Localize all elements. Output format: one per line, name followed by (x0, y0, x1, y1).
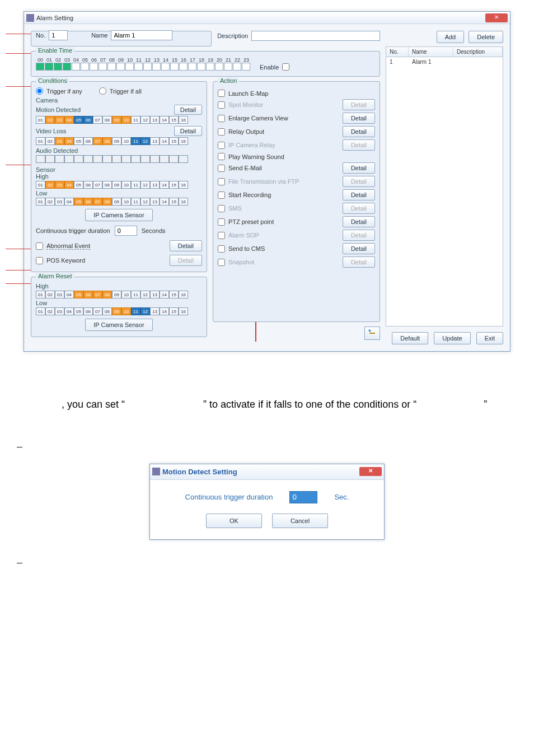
enable-time-legend: Enable Time (36, 47, 74, 54)
action-checkbox[interactable]: Start Recording (218, 192, 271, 199)
action-item: Launch E-Map (218, 90, 375, 97)
action-checkbox[interactable]: PTZ preset point (218, 218, 274, 226)
action-detail-button[interactable]: Detail (343, 126, 375, 137)
action-detail-button[interactable]: Detail (343, 99, 375, 110)
table-row[interactable]: 1 Alarm 1 (386, 57, 503, 67)
description-label: Description (217, 32, 248, 39)
action-label: Relay Output (228, 128, 264, 135)
sensor-high-grid[interactable]: 01020304050607080910111213141516 (36, 181, 202, 189)
exit-button[interactable]: Exit (476, 332, 503, 344)
cont-trigger-label: Continuous trigger duration (185, 493, 273, 501)
action-item: IP Camera RelayDetail (218, 139, 375, 151)
audio-channel-grid[interactable] (36, 155, 202, 163)
trigger-any-label: Trigger if any (46, 88, 82, 95)
abnormal-event-checkbox[interactable]: Abnormal Event (36, 242, 90, 250)
trigger-any-radio[interactable]: Trigger if any (36, 87, 82, 95)
svg-marker-1 (368, 329, 371, 332)
video-loss-label: Video Loss (36, 128, 66, 134)
action-checkbox[interactable]: Alarm SOP (218, 232, 259, 239)
action-item: Send E-MailDetail (218, 162, 375, 174)
motion-channel-grid[interactable]: 01020304050607080910111213141516 (36, 116, 202, 124)
action-detail-button[interactable]: Detail (343, 162, 375, 174)
sentence-part1: , you can set “ (62, 399, 125, 410)
motion-dialog-title: Motion Detect Setting (162, 468, 237, 476)
reset-ipcamera-sensor-button[interactable]: IP Camera Sensor (85, 319, 152, 331)
close-icon[interactable]: ✕ (485, 13, 508, 22)
action-label: Send to CMS (228, 245, 265, 252)
sensor-low-label: Low (36, 190, 202, 197)
pos-detail-button[interactable]: Detail (170, 255, 202, 266)
action-checkbox[interactable]: Enlarge Camera View (218, 115, 288, 122)
default-button[interactable]: Default (392, 332, 428, 344)
action-checkbox[interactable]: File Transmission via FTP (218, 178, 299, 185)
enable-time-group: Enable Time 0001020304050607080910111213… (31, 51, 380, 77)
action-detail-button[interactable]: Detail (343, 216, 375, 227)
sentence-part2: ” to activate if it falls to one of the … (203, 399, 416, 410)
reset-high-grid[interactable]: 01020304050607080910111213141516 (36, 291, 202, 298)
wizard-icon-button[interactable] (364, 326, 380, 340)
sensor-low-grid[interactable]: 01020304050607080910111213141516 (36, 198, 202, 206)
dash-bullet: – (0, 557, 534, 568)
action-checkbox[interactable]: Spot Monitor (218, 101, 263, 109)
enable-checkbox[interactable] (282, 63, 289, 71)
cell-desc (453, 57, 503, 67)
motion-detail-button[interactable]: Detail (174, 105, 202, 115)
action-label: Play Warning Sound (228, 153, 284, 160)
ipcamera-sensor-button[interactable]: IP Camera Sensor (85, 209, 152, 221)
action-legend: Action (218, 77, 240, 84)
abnormal-detail-button[interactable]: Detail (170, 240, 202, 251)
action-checkbox[interactable]: Launch E-Map (218, 90, 269, 97)
action-item: Alarm SOPDetail (218, 230, 375, 241)
col-desc: Description (453, 47, 503, 57)
dash-bullet: – (0, 441, 534, 452)
videoloss-channel-grid[interactable]: 01020304050607080910111213141516 (36, 137, 202, 145)
action-detail-button[interactable]: Detail (343, 243, 375, 254)
action-checkbox[interactable]: Play Warning Sound (218, 153, 284, 160)
action-detail-button[interactable]: Detail (343, 189, 375, 200)
cont-trigger-value[interactable] (289, 491, 317, 503)
action-checkbox[interactable]: IP Camera Relay (218, 142, 275, 149)
alarm-id-group: No. Name (31, 31, 212, 46)
update-button[interactable]: Update (434, 332, 470, 344)
action-checkbox[interactable]: Relay Output (218, 128, 264, 136)
action-checkbox[interactable]: Send to CMS (218, 245, 265, 253)
action-detail-button[interactable]: Detail (343, 176, 375, 187)
trigger-all-label: Trigger if all (110, 88, 142, 95)
action-detail-button[interactable]: Detail (343, 113, 375, 124)
hour-boxes[interactable] (36, 63, 251, 71)
action-detail-button[interactable]: Detail (343, 139, 375, 151)
alarm-reset-legend: Alarm Reset (36, 273, 74, 279)
abnormal-event-label: Abnormal Event (46, 242, 90, 250)
pos-keyword-checkbox[interactable]: POS Keyword (36, 257, 85, 264)
reset-low-grid[interactable]: 01020304050607080910111213141516 (36, 307, 202, 315)
svg-rect-0 (369, 333, 375, 334)
sensor-high-label: High (36, 173, 202, 180)
no-input[interactable] (49, 30, 68, 40)
description-input[interactable] (251, 31, 380, 41)
app-icon (26, 14, 34, 22)
alarm-setting-dialog: Alarm Setting ✕ No. Name (24, 11, 510, 352)
trigger-all-radio[interactable]: Trigger if all (99, 87, 142, 95)
action-item: Play Warning Sound (218, 153, 375, 160)
add-button[interactable]: Add (437, 31, 465, 43)
videoloss-detail-button[interactable]: Detail (174, 126, 202, 136)
action-detail-button[interactable]: Detail (343, 230, 375, 241)
action-label: IP Camera Relay (228, 142, 275, 148)
delete-button[interactable]: Delete (469, 31, 503, 43)
action-label: Enlarge Camera View (228, 115, 288, 122)
action-checkbox[interactable]: SMS (218, 205, 242, 212)
name-input[interactable] (111, 30, 172, 40)
action-detail-button[interactable]: Detail (343, 256, 375, 268)
body-sentence: , you can set “ ” to activate if it fall… (0, 357, 534, 441)
ok-button[interactable]: OK (206, 514, 262, 528)
action-detail-button[interactable]: Detail (343, 203, 375, 214)
action-item: Send to CMSDetail (218, 243, 375, 254)
action-label: PTZ preset point (228, 218, 274, 225)
cont-trigger-input[interactable] (115, 226, 137, 236)
cancel-button[interactable]: Cancel (272, 514, 328, 528)
action-checkbox[interactable]: Send E-Mail (218, 165, 262, 172)
action-label: Start Recording (228, 192, 271, 198)
action-item: SMSDetail (218, 203, 375, 214)
action-checkbox[interactable]: Snapshot (218, 259, 254, 266)
close-icon[interactable]: ✕ (359, 467, 382, 476)
